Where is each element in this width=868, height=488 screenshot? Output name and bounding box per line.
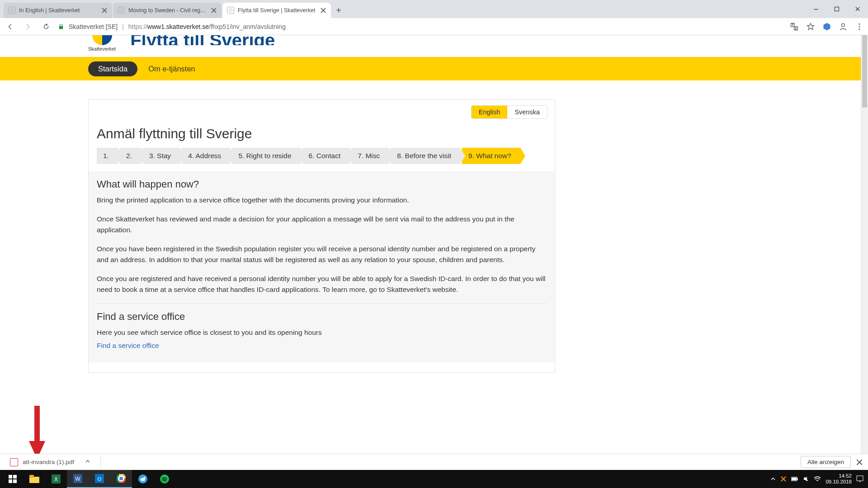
favicon-icon xyxy=(118,7,125,14)
secure-lock-icon xyxy=(58,23,64,30)
browser-toolbar: Skatteverket [SE] | https://www1.skattev… xyxy=(0,18,868,35)
browser-tab-2[interactable]: Moving to Sweden - Civil registr xyxy=(113,3,222,18)
window-close-button[interactable] xyxy=(847,2,868,16)
svg-rect-0 xyxy=(814,9,818,9)
nav-reload-button[interactable] xyxy=(40,20,52,33)
browser-tab-strip: In English | Skatteverket Moving to Swed… xyxy=(0,0,868,18)
certificate-label: Skatteverket [SE] xyxy=(69,23,118,30)
window-minimize-button[interactable] xyxy=(806,2,826,16)
close-tab-icon[interactable] xyxy=(211,7,217,14)
svg-point-5 xyxy=(859,28,860,30)
address-bar[interactable]: Skatteverket [SE] | https://www1.skattev… xyxy=(58,23,286,30)
window-maximize-button[interactable] xyxy=(826,2,847,16)
tab-title: In English | Skatteverket xyxy=(19,7,98,14)
svg-rect-1 xyxy=(835,7,839,11)
new-tab-button[interactable]: + xyxy=(331,3,346,18)
favicon-icon xyxy=(8,7,15,14)
account-icon[interactable] xyxy=(838,22,848,32)
translate-icon[interactable] xyxy=(789,22,799,32)
svg-point-3 xyxy=(859,23,860,24)
toolbar-right-group xyxy=(789,22,864,32)
svg-point-2 xyxy=(842,23,845,27)
close-tab-icon[interactable] xyxy=(320,7,326,14)
tab-title: Flytta till Sverige | Skatteverket xyxy=(238,7,316,14)
favicon-icon xyxy=(227,7,234,14)
kebab-menu-icon[interactable] xyxy=(854,22,864,32)
nav-forward-button[interactable] xyxy=(22,20,34,33)
extension-icon[interactable] xyxy=(822,22,832,32)
svg-point-4 xyxy=(859,26,860,27)
tab-title: Moving to Sweden - Civil registr xyxy=(128,7,207,14)
close-tab-icon[interactable] xyxy=(101,7,108,14)
browser-tab-3-active[interactable]: Flytta till Sverige | Skatteverket xyxy=(222,3,331,18)
bookmark-star-icon[interactable] xyxy=(806,22,816,32)
url-display: https://www1.skatteverket.se/fhxp51/inv_… xyxy=(128,23,286,30)
browser-tab-1[interactable]: In English | Skatteverket xyxy=(4,3,112,18)
nav-back-button[interactable] xyxy=(4,20,16,33)
window-controls xyxy=(806,0,868,18)
